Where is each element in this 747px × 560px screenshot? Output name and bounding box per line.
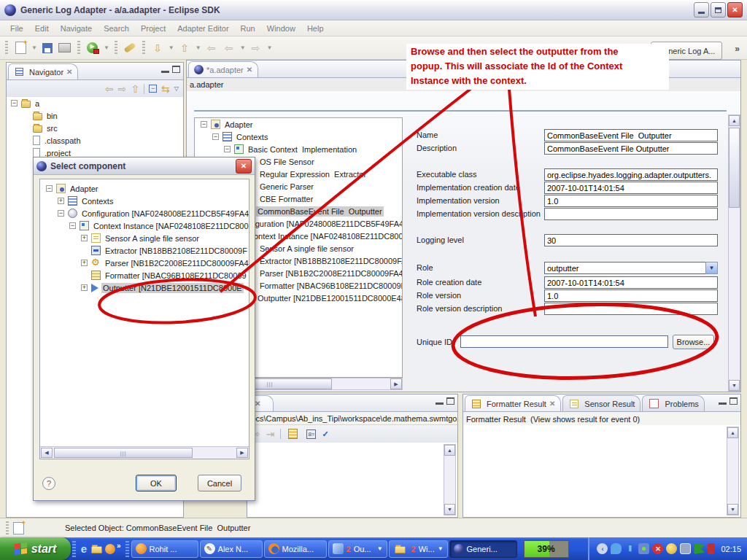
combo-dropdown-icon[interactable]: ▼ [705,262,718,274]
back-history-icon[interactable]: ⇦ [204,42,219,55]
role-version-desc-field[interactable] [544,303,718,315]
console-content[interactable]: ▲ ▼ [247,443,457,517]
menu-search[interactable]: Search [98,23,135,34]
expander-icon[interactable] [201,121,207,128]
tray-collapse-icon[interactable]: ‹ [597,543,608,554]
tab-problems[interactable]: Problems [642,395,704,411]
toolbar-grip[interactable] [77,41,80,55]
view-minimize-icon[interactable] [719,397,727,405]
folder-quicklaunch-icon[interactable] [90,542,104,556]
scroll-left-icon[interactable]: ◀ [41,448,53,458]
role-version-field[interactable] [544,289,718,302]
results-vscrollbar[interactable]: ▲ ▼ [727,427,739,516]
check-task-icon[interactable]: ✓ [322,429,328,439]
log-icon[interactable] [288,429,298,439]
expander-icon[interactable] [58,198,64,204]
impl-version-desc-field[interactable] [544,208,718,220]
taskbar-button-windows-group[interactable]: 2 Wi... ▼ [389,540,448,558]
tab-navigator[interactable]: Navigator ✕ [8,63,78,79]
minimize-button[interactable] [694,2,709,18]
antenna-icon[interactable]: 𝍪 [624,543,635,554]
tree-item-bin[interactable]: bin [7,109,183,122]
view-minimize-icon[interactable] [161,66,169,73]
tree-item-contexts[interactable]: Contexts [40,195,249,207]
menu-edit[interactable]: Edit [29,23,55,34]
perspective-overflow-chevron[interactable]: » [735,44,740,54]
list-icon[interactable]: 8= [306,429,316,439]
logging-level-field[interactable] [544,234,718,246]
dialog-titlebar[interactable]: Select component ✕ [34,158,255,175]
menu-help[interactable]: Help [301,23,330,34]
taskbar-button-mozilla[interactable]: Mozilla... [264,540,327,558]
yellow-status-icon[interactable] [666,543,677,554]
view-maximize-icon[interactable] [446,397,454,405]
view-maximize-icon[interactable] [729,397,738,405]
scroll-thumb[interactable] [729,128,740,208]
scroll-up-icon[interactable]: ▲ [729,115,740,126]
no-entry-icon[interactable]: ✕ [652,543,663,554]
dialog-hscrollbar[interactable]: ◀ ||| ▶ [40,446,249,459]
tree-item-context-instance[interactable]: Context Instance [NAF0248108E211DC800 [40,219,249,232]
step-icon[interactable]: ⇥ [266,428,275,440]
ok-button[interactable]: OK [136,475,177,491]
tab-a-adapter[interactable]: *a.adapter ✕ [188,61,258,77]
close-icon[interactable]: ✕ [255,400,260,408]
expander-icon[interactable] [69,222,76,229]
forward-icon[interactable]: ⇨ [118,83,127,95]
tree-item-adapter[interactable]: Adapter [40,182,249,195]
back-icon[interactable]: ⇦ [105,83,114,95]
expander-icon[interactable] [46,185,53,192]
tree-item-sensor-a[interactable]: Sensor A single file sensor [40,232,249,244]
close-icon[interactable]: ✕ [66,68,72,76]
tree-item-classpath[interactable]: .classpath [7,134,183,147]
help-button[interactable]: ? [42,477,55,490]
menu-run[interactable]: Run [235,23,261,34]
tab-formatter-result[interactable]: Formatter Result ✕ [465,395,561,411]
taskbar-button-outlook-group[interactable]: 2 Ou... ▼ [328,540,387,558]
save-icon[interactable] [40,42,55,55]
taskbar-button-alex[interactable]: ✎ Alex N... [200,540,263,558]
tab-sensor-result[interactable]: Sensor Result [562,395,640,411]
executable-class-field[interactable] [544,168,718,181]
battery-meter[interactable]: 39% [524,540,569,558]
search-toolbar-icon[interactable] [123,42,137,55]
collapse-all-icon[interactable]: − [149,85,157,93]
expander-icon[interactable] [81,284,88,291]
expander-icon[interactable] [58,210,64,217]
results-content[interactable]: ▲ ▼ [463,425,740,517]
maximize-button[interactable] [711,2,726,18]
tree-item-src[interactable]: src [7,122,183,134]
back-icon[interactable]: ⇦ [222,42,236,55]
browse-button[interactable]: Browse... [673,335,714,349]
scroll-right-icon[interactable]: ▶ [390,378,402,389]
menu-adapter-editor[interactable]: Adapter Editor [171,23,234,34]
description-field[interactable] [544,142,718,155]
flag-icon[interactable] [694,543,705,554]
tree-item-configuration[interactable]: Configuration [NAF0248008E211DCB5F49FA44 [40,207,249,219]
tree-item-extractor[interactable]: Extractor [NB18BB2108E211DC80009F [40,244,249,257]
impl-creation-date-field[interactable] [544,182,718,194]
battery-tray-icon[interactable] [708,543,715,554]
up-icon[interactable]: ⇧ [131,83,139,95]
start-button[interactable]: start [0,537,71,560]
expander-icon[interactable] [81,235,88,241]
previous-annotation-icon[interactable]: ⇧ [177,42,192,55]
menu-project[interactable]: Project [135,23,171,34]
taskbar-button-rohit[interactable]: Rohit ... [131,540,198,558]
expander-icon[interactable] [81,260,88,266]
group-dropdown-icon[interactable]: ▼ [377,545,383,552]
network-icon[interactable] [638,543,649,554]
unique-id-field[interactable] [460,335,668,348]
impl-version-field[interactable] [544,195,718,207]
menu-file[interactable]: File [4,23,29,34]
dual-monitor-icon[interactable] [680,543,691,554]
scroll-down-icon[interactable]: ▼ [729,380,740,391]
close-icon[interactable]: ✕ [247,66,252,74]
run-dropdown-icon[interactable]: ▼ [104,44,109,51]
new-wizard-icon[interactable] [13,42,28,55]
role-creation-date-field[interactable] [544,276,718,289]
new-dropdown-icon[interactable]: ▼ [31,44,37,51]
expander-icon[interactable] [212,133,219,140]
app-orange-quicklaunch-icon[interactable] [104,542,117,556]
close-icon[interactable]: ✕ [549,400,555,408]
